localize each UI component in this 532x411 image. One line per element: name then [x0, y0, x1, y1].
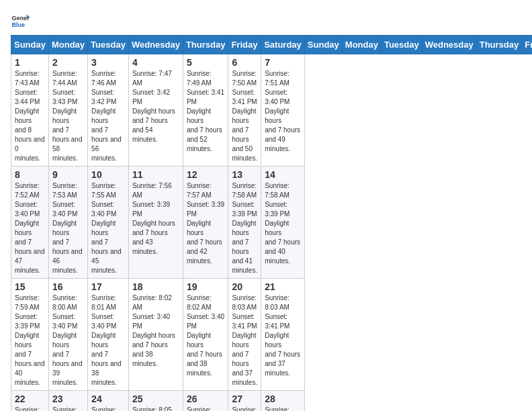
- day-number: 19: [187, 281, 225, 292]
- day-cell: 16 Sunrise: 8:00 AM Sunset: 3:40 PM Dayl…: [48, 279, 87, 391]
- day-cell: 5 Sunrise: 7:49 AM Sunset: 3:41 PM Dayli…: [183, 54, 228, 167]
- header-saturday: Saturday: [261, 36, 305, 54]
- logo: General Blue: [11, 11, 32, 30]
- day-info: Sunrise: 7:51 AM Sunset: 3:40 PM Dayligh…: [265, 69, 301, 154]
- day-cell: 13 Sunrise: 7:58 AM Sunset: 3:39 PM Dayl…: [228, 167, 261, 279]
- day-cell: 22 Sunrise: 8:04 AM Sunset: 3:42 PM Dayl…: [11, 391, 49, 412]
- day-info: Sunrise: 8:05 AM Sunset: 3:44 PM Dayligh…: [132, 406, 179, 411]
- day-cell: 4 Sunrise: 7:47 AM Sunset: 3:42 PM Dayli…: [128, 54, 183, 167]
- day-info: Sunrise: 8:02 AM Sunset: 3:40 PM Dayligh…: [187, 293, 225, 378]
- day-cell: 11 Sunrise: 7:56 AM Sunset: 3:39 PM Dayl…: [128, 167, 183, 279]
- day-number: 1: [15, 57, 45, 68]
- day-info: Sunrise: 8:06 AM Sunset: 3:45 PM Dayligh…: [232, 406, 257, 411]
- day-cell: 9 Sunrise: 7:53 AM Sunset: 3:40 PM Dayli…: [48, 167, 87, 279]
- day-number: 14: [265, 169, 301, 180]
- day-info: Sunrise: 7:53 AM Sunset: 3:40 PM Dayligh…: [52, 181, 84, 275]
- day-info: Sunrise: 8:02 AM Sunset: 3:40 PM Dayligh…: [132, 293, 179, 369]
- day-info: Sunrise: 7:43 AM Sunset: 3:44 PM Dayligh…: [15, 69, 45, 163]
- day-number: 2: [52, 57, 84, 68]
- day-info: Sunrise: 7:44 AM Sunset: 3:43 PM Dayligh…: [52, 69, 84, 163]
- day-number: 11: [132, 169, 179, 180]
- day-number: 27: [232, 394, 257, 404]
- day-cell: 17 Sunrise: 8:01 AM Sunset: 3:40 PM Dayl…: [88, 279, 129, 391]
- day-cell: 23 Sunrise: 8:04 AM Sunset: 3:42 PM Dayl…: [48, 391, 87, 412]
- day-number: 17: [91, 281, 125, 292]
- day-number: 12: [187, 169, 225, 180]
- day-cell: 26 Sunrise: 8:05 AM Sunset: 3:44 PM Dayl…: [183, 391, 228, 412]
- day-info: Sunrise: 7:52 AM Sunset: 3:40 PM Dayligh…: [15, 181, 45, 275]
- header-day-monday: Monday: [342, 36, 381, 54]
- day-number: 3: [91, 57, 125, 68]
- day-number: 23: [52, 394, 84, 404]
- day-cell: 2 Sunrise: 7:44 AM Sunset: 3:43 PM Dayli…: [48, 54, 87, 167]
- week-row-4: 22 Sunrise: 8:04 AM Sunset: 3:42 PM Dayl…: [11, 391, 533, 412]
- day-info: Sunrise: 7:47 AM Sunset: 3:42 PM Dayligh…: [132, 69, 179, 144]
- week-row-3: 15 Sunrise: 7:59 AM Sunset: 3:39 PM Dayl…: [11, 279, 533, 391]
- day-cell: 20 Sunrise: 8:03 AM Sunset: 3:41 PM Dayl…: [228, 279, 261, 391]
- day-number: 10: [91, 169, 125, 180]
- day-number: 24: [91, 394, 125, 404]
- day-info: Sunrise: 8:04 AM Sunset: 3:42 PM Dayligh…: [52, 406, 84, 411]
- header-thursday: Thursday: [183, 36, 228, 54]
- logo-icon: General Blue: [11, 11, 30, 30]
- day-number: 15: [15, 281, 45, 292]
- day-cell: 12 Sunrise: 7:57 AM Sunset: 3:39 PM Dayl…: [183, 167, 228, 279]
- day-cell: 15 Sunrise: 7:59 AM Sunset: 3:39 PM Dayl…: [11, 279, 49, 391]
- day-cell: 14 Sunrise: 7:58 AM Sunset: 3:39 PM Dayl…: [261, 167, 305, 279]
- day-cell: 6 Sunrise: 7:50 AM Sunset: 3:41 PM Dayli…: [228, 54, 261, 167]
- calendar-table: SundayMondayTuesdayWednesdayThursdayFrid…: [11, 35, 532, 411]
- day-cell: 18 Sunrise: 8:02 AM Sunset: 3:40 PM Dayl…: [128, 279, 183, 391]
- page-header: General Blue: [11, 11, 521, 30]
- day-number: 21: [265, 281, 301, 292]
- day-info: Sunrise: 8:05 AM Sunset: 3:43 PM Dayligh…: [91, 406, 125, 411]
- day-cell: 19 Sunrise: 8:02 AM Sunset: 3:40 PM Dayl…: [183, 279, 228, 391]
- day-number: 5: [187, 57, 225, 68]
- day-cell: 10 Sunrise: 7:55 AM Sunset: 3:40 PM Dayl…: [88, 167, 129, 279]
- header-day-wednesday: Wednesday: [422, 36, 476, 54]
- day-number: 18: [132, 281, 179, 292]
- day-info: Sunrise: 7:57 AM Sunset: 3:39 PM Dayligh…: [187, 181, 225, 266]
- day-number: 26: [187, 394, 225, 404]
- day-info: Sunrise: 7:59 AM Sunset: 3:39 PM Dayligh…: [15, 293, 45, 387]
- day-info: Sunrise: 7:56 AM Sunset: 3:39 PM Dayligh…: [132, 181, 179, 257]
- day-info: Sunrise: 8:05 AM Sunset: 3:44 PM Dayligh…: [187, 406, 225, 411]
- day-cell: 21 Sunrise: 8:03 AM Sunset: 3:41 PM Dayl…: [261, 279, 305, 391]
- day-info: Sunrise: 8:03 AM Sunset: 3:41 PM Dayligh…: [232, 293, 257, 387]
- day-number: 16: [52, 281, 84, 292]
- header-day-tuesday: Tuesday: [381, 36, 422, 54]
- day-info: Sunrise: 7:50 AM Sunset: 3:41 PM Dayligh…: [232, 69, 257, 163]
- day-cell: 24 Sunrise: 8:05 AM Sunset: 3:43 PM Dayl…: [88, 391, 129, 412]
- day-number: 22: [15, 394, 45, 404]
- day-info: Sunrise: 8:00 AM Sunset: 3:40 PM Dayligh…: [52, 293, 84, 387]
- day-cell: 27 Sunrise: 8:06 AM Sunset: 3:45 PM Dayl…: [228, 391, 261, 412]
- day-number: 8: [15, 169, 45, 180]
- day-info: Sunrise: 8:06 AM Sunset: 3:46 PM Dayligh…: [265, 406, 301, 411]
- day-number: 20: [232, 281, 257, 292]
- header-wednesday: Wednesday: [128, 36, 183, 54]
- day-cell: 3 Sunrise: 7:46 AM Sunset: 3:42 PM Dayli…: [88, 54, 129, 167]
- header-tuesday: Tuesday: [88, 36, 129, 54]
- day-cell: 28 Sunrise: 8:06 AM Sunset: 3:46 PM Dayl…: [261, 391, 305, 412]
- day-number: 9: [52, 169, 84, 180]
- day-info: Sunrise: 8:04 AM Sunset: 3:42 PM Dayligh…: [15, 406, 45, 411]
- calendar-header-row: SundayMondayTuesdayWednesdayThursdayFrid…: [11, 36, 533, 54]
- day-cell: 1 Sunrise: 7:43 AM Sunset: 3:44 PM Dayli…: [11, 54, 49, 167]
- header-day-friday: Friday: [522, 36, 532, 54]
- header-sunday: Sunday: [11, 36, 49, 54]
- day-number: 6: [232, 57, 257, 68]
- day-number: 4: [132, 57, 179, 68]
- day-number: 7: [265, 57, 301, 68]
- day-cell: 7 Sunrise: 7:51 AM Sunset: 3:40 PM Dayli…: [261, 54, 305, 167]
- header-friday: Friday: [228, 36, 261, 54]
- day-info: Sunrise: 7:58 AM Sunset: 3:39 PM Dayligh…: [232, 181, 257, 275]
- header-day-sunday: Sunday: [304, 36, 342, 54]
- day-number: 28: [265, 394, 301, 404]
- day-cell: 8 Sunrise: 7:52 AM Sunset: 3:40 PM Dayli…: [11, 167, 49, 279]
- day-info: Sunrise: 7:49 AM Sunset: 3:41 PM Dayligh…: [187, 69, 225, 154]
- svg-text:Blue: Blue: [11, 21, 25, 28]
- day-number: 25: [132, 394, 179, 404]
- week-row-1: 1 Sunrise: 7:43 AM Sunset: 3:44 PM Dayli…: [11, 54, 533, 167]
- day-info: Sunrise: 8:01 AM Sunset: 3:40 PM Dayligh…: [91, 293, 125, 387]
- week-row-2: 8 Sunrise: 7:52 AM Sunset: 3:40 PM Dayli…: [11, 167, 533, 279]
- day-number: 13: [232, 169, 257, 180]
